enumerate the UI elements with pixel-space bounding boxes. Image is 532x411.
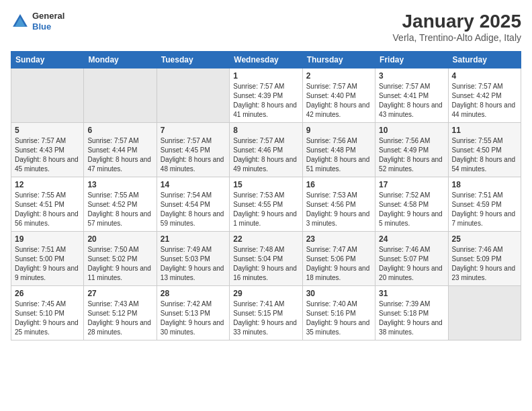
day-cell: 22Sunrise: 7:48 AM Sunset: 5:04 PM Dayli… bbox=[230, 232, 302, 286]
week-row-1: 1Sunrise: 7:57 AM Sunset: 4:39 PM Daylig… bbox=[11, 68, 521, 123]
day-cell: 8Sunrise: 7:57 AM Sunset: 4:46 PM Daylig… bbox=[230, 123, 302, 177]
day-number: 19 bbox=[15, 234, 80, 244]
day-info: Sunrise: 7:56 AM Sunset: 4:48 PM Dayligh… bbox=[306, 136, 371, 174]
day-number: 17 bbox=[379, 180, 444, 189]
day-cell: 14Sunrise: 7:54 AM Sunset: 4:54 PM Dayli… bbox=[157, 177, 229, 232]
day-info: Sunrise: 7:57 AM Sunset: 4:41 PM Dayligh… bbox=[379, 82, 444, 120]
day-info: Sunrise: 7:46 AM Sunset: 5:09 PM Dayligh… bbox=[452, 245, 517, 283]
day-number: 29 bbox=[233, 289, 298, 298]
day-cell: 28Sunrise: 7:42 AM Sunset: 5:13 PM Dayli… bbox=[157, 286, 229, 340]
logo-blue: Blue bbox=[32, 21, 64, 32]
day-number: 20 bbox=[87, 234, 152, 244]
day-number: 6 bbox=[87, 126, 152, 135]
day-number: 10 bbox=[379, 126, 444, 135]
day-number: 23 bbox=[306, 234, 371, 244]
day-info: Sunrise: 7:57 AM Sunset: 4:40 PM Dayligh… bbox=[306, 82, 371, 120]
day-cell: 26Sunrise: 7:45 AM Sunset: 5:10 PM Dayli… bbox=[11, 286, 84, 340]
calendar-header: SundayMondayTuesdayWednesdayThursdayFrid… bbox=[11, 52, 521, 68]
day-cell: 11Sunrise: 7:55 AM Sunset: 4:50 PM Dayli… bbox=[448, 123, 521, 177]
weekday-header-row: SundayMondayTuesdayWednesdayThursdayFrid… bbox=[11, 52, 521, 68]
month-title: January 2025 bbox=[393, 11, 521, 32]
day-number: 13 bbox=[87, 180, 152, 189]
day-cell: 2Sunrise: 7:57 AM Sunset: 4:40 PM Daylig… bbox=[302, 68, 375, 123]
week-row-4: 19Sunrise: 7:51 AM Sunset: 5:00 PM Dayli… bbox=[11, 232, 521, 286]
day-number: 16 bbox=[306, 180, 371, 189]
day-info: Sunrise: 7:50 AM Sunset: 5:02 PM Dayligh… bbox=[87, 245, 152, 283]
title-block: January 2025 Verla, Trentino-Alto Adige,… bbox=[393, 11, 521, 43]
day-cell: 3Sunrise: 7:57 AM Sunset: 4:41 PM Daylig… bbox=[375, 68, 448, 123]
week-row-3: 12Sunrise: 7:55 AM Sunset: 4:51 PM Dayli… bbox=[11, 177, 521, 232]
day-cell: 10Sunrise: 7:56 AM Sunset: 4:49 PM Dayli… bbox=[375, 123, 448, 177]
day-number: 31 bbox=[379, 289, 444, 298]
day-number: 8 bbox=[233, 126, 298, 135]
day-info: Sunrise: 7:45 AM Sunset: 5:10 PM Dayligh… bbox=[15, 300, 80, 337]
day-info: Sunrise: 7:47 AM Sunset: 5:06 PM Dayligh… bbox=[306, 245, 371, 283]
day-cell bbox=[84, 68, 157, 123]
day-info: Sunrise: 7:56 AM Sunset: 4:49 PM Dayligh… bbox=[379, 136, 444, 174]
day-cell: 16Sunrise: 7:53 AM Sunset: 4:56 PM Dayli… bbox=[302, 177, 375, 232]
calendar-table: SundayMondayTuesdayWednesdayThursdayFrid… bbox=[11, 51, 521, 340]
day-info: Sunrise: 7:53 AM Sunset: 4:55 PM Dayligh… bbox=[233, 191, 298, 228]
day-number: 12 bbox=[15, 180, 80, 189]
day-cell: 7Sunrise: 7:57 AM Sunset: 4:45 PM Daylig… bbox=[157, 123, 229, 177]
day-cell: 6Sunrise: 7:57 AM Sunset: 4:44 PM Daylig… bbox=[84, 123, 157, 177]
day-cell: 17Sunrise: 7:52 AM Sunset: 4:58 PM Dayli… bbox=[375, 177, 448, 232]
day-info: Sunrise: 7:55 AM Sunset: 4:51 PM Dayligh… bbox=[15, 191, 80, 228]
day-number: 27 bbox=[87, 289, 152, 298]
logo-general: General bbox=[32, 11, 64, 21]
day-number: 11 bbox=[452, 126, 517, 135]
day-cell bbox=[11, 68, 84, 123]
day-info: Sunrise: 7:57 AM Sunset: 4:44 PM Dayligh… bbox=[87, 136, 152, 174]
day-number: 9 bbox=[306, 126, 371, 135]
day-number: 30 bbox=[306, 289, 371, 298]
day-info: Sunrise: 7:52 AM Sunset: 4:58 PM Dayligh… bbox=[379, 191, 444, 228]
day-number: 15 bbox=[233, 180, 298, 189]
day-number: 2 bbox=[306, 71, 371, 81]
day-cell: 12Sunrise: 7:55 AM Sunset: 4:51 PM Dayli… bbox=[11, 177, 84, 232]
day-info: Sunrise: 7:55 AM Sunset: 4:52 PM Dayligh… bbox=[87, 191, 152, 228]
day-info: Sunrise: 7:48 AM Sunset: 5:04 PM Dayligh… bbox=[233, 245, 298, 283]
day-info: Sunrise: 7:41 AM Sunset: 5:15 PM Dayligh… bbox=[233, 300, 298, 337]
day-info: Sunrise: 7:57 AM Sunset: 4:45 PM Dayligh… bbox=[161, 136, 226, 174]
day-info: Sunrise: 7:57 AM Sunset: 4:39 PM Dayligh… bbox=[233, 82, 298, 120]
calendar-body: 1Sunrise: 7:57 AM Sunset: 4:39 PM Daylig… bbox=[11, 68, 521, 340]
day-info: Sunrise: 7:57 AM Sunset: 4:43 PM Dayligh… bbox=[15, 136, 80, 174]
weekday-monday: Monday bbox=[84, 52, 157, 68]
day-cell: 19Sunrise: 7:51 AM Sunset: 5:00 PM Dayli… bbox=[11, 232, 84, 286]
day-info: Sunrise: 7:57 AM Sunset: 4:42 PM Dayligh… bbox=[452, 82, 517, 120]
logo: General Blue bbox=[11, 11, 64, 32]
day-cell: 30Sunrise: 7:40 AM Sunset: 5:16 PM Dayli… bbox=[302, 286, 375, 340]
day-info: Sunrise: 7:43 AM Sunset: 5:12 PM Dayligh… bbox=[87, 300, 152, 337]
day-cell: 20Sunrise: 7:50 AM Sunset: 5:02 PM Dayli… bbox=[84, 232, 157, 286]
location: Verla, Trentino-Alto Adige, Italy bbox=[393, 32, 521, 43]
week-row-5: 26Sunrise: 7:45 AM Sunset: 5:10 PM Dayli… bbox=[11, 286, 521, 340]
day-number: 7 bbox=[161, 126, 226, 135]
day-number: 1 bbox=[233, 71, 298, 81]
day-number: 21 bbox=[161, 234, 226, 244]
day-cell: 5Sunrise: 7:57 AM Sunset: 4:43 PM Daylig… bbox=[11, 123, 84, 177]
logo-icon bbox=[11, 12, 30, 31]
weekday-saturday: Saturday bbox=[448, 52, 521, 68]
day-number: 5 bbox=[15, 126, 80, 135]
day-cell: 9Sunrise: 7:56 AM Sunset: 4:48 PM Daylig… bbox=[302, 123, 375, 177]
day-number: 4 bbox=[452, 71, 517, 81]
weekday-sunday: Sunday bbox=[11, 52, 84, 68]
page-header: General Blue January 2025 Verla, Trentin… bbox=[11, 11, 521, 43]
day-cell: 18Sunrise: 7:51 AM Sunset: 4:59 PM Dayli… bbox=[448, 177, 521, 232]
day-info: Sunrise: 7:51 AM Sunset: 5:00 PM Dayligh… bbox=[15, 245, 80, 283]
logo-text: General Blue bbox=[32, 11, 64, 32]
day-number: 28 bbox=[161, 289, 226, 298]
day-info: Sunrise: 7:54 AM Sunset: 4:54 PM Dayligh… bbox=[161, 191, 226, 228]
day-info: Sunrise: 7:40 AM Sunset: 5:16 PM Dayligh… bbox=[306, 300, 371, 337]
day-info: Sunrise: 7:46 AM Sunset: 5:07 PM Dayligh… bbox=[379, 245, 444, 283]
day-cell: 1Sunrise: 7:57 AM Sunset: 4:39 PM Daylig… bbox=[230, 68, 302, 123]
day-info: Sunrise: 7:55 AM Sunset: 4:50 PM Dayligh… bbox=[452, 136, 517, 174]
day-info: Sunrise: 7:53 AM Sunset: 4:56 PM Dayligh… bbox=[306, 191, 371, 228]
day-cell: 4Sunrise: 7:57 AM Sunset: 4:42 PM Daylig… bbox=[448, 68, 521, 123]
day-cell: 15Sunrise: 7:53 AM Sunset: 4:55 PM Dayli… bbox=[230, 177, 302, 232]
day-info: Sunrise: 7:39 AM Sunset: 5:18 PM Dayligh… bbox=[379, 300, 444, 337]
day-cell bbox=[157, 68, 229, 123]
day-cell: 31Sunrise: 7:39 AM Sunset: 5:18 PM Dayli… bbox=[375, 286, 448, 340]
day-info: Sunrise: 7:57 AM Sunset: 4:46 PM Dayligh… bbox=[233, 136, 298, 174]
day-number: 24 bbox=[379, 234, 444, 244]
